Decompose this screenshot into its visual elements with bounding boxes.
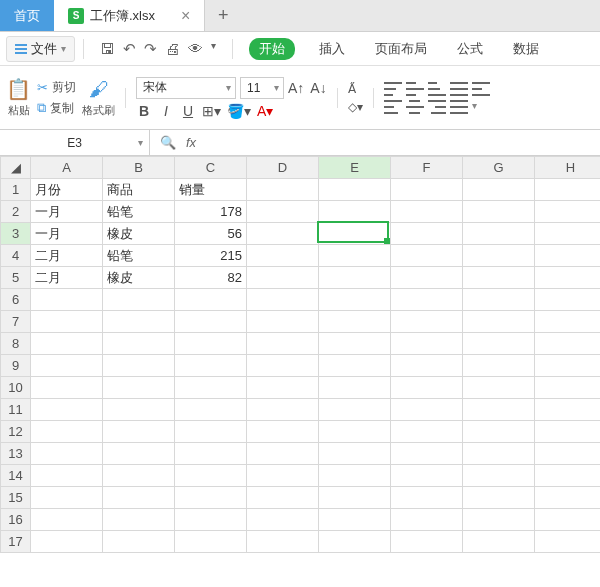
cell[interactable] bbox=[247, 399, 319, 421]
cell[interactable] bbox=[31, 289, 103, 311]
align-bottom-button[interactable] bbox=[428, 82, 446, 96]
clear-format-button[interactable]: ◇▾ bbox=[348, 100, 363, 114]
cell[interactable] bbox=[535, 399, 601, 421]
cell[interactable] bbox=[319, 289, 391, 311]
cell[interactable] bbox=[463, 201, 535, 223]
cell[interactable] bbox=[175, 289, 247, 311]
close-tab-button[interactable]: × bbox=[181, 7, 190, 25]
cell[interactable]: 铅笔 bbox=[103, 201, 175, 223]
align-middle-button[interactable] bbox=[406, 82, 424, 96]
bold-button[interactable]: B bbox=[136, 103, 152, 119]
cell[interactable]: 月份 bbox=[31, 179, 103, 201]
ribbon-tab-insert[interactable]: 插入 bbox=[313, 38, 351, 60]
zoom-icon[interactable]: 🔍 bbox=[160, 135, 176, 150]
row-header[interactable]: 16 bbox=[1, 509, 31, 531]
column-header[interactable]: E bbox=[319, 157, 391, 179]
cell[interactable] bbox=[319, 245, 391, 267]
row-header[interactable]: 15 bbox=[1, 487, 31, 509]
cell[interactable] bbox=[319, 531, 391, 553]
cell[interactable] bbox=[463, 509, 535, 531]
column-header[interactable]: G bbox=[463, 157, 535, 179]
column-header[interactable]: D bbox=[247, 157, 319, 179]
cell[interactable] bbox=[247, 355, 319, 377]
cell[interactable] bbox=[391, 377, 463, 399]
cell[interactable] bbox=[391, 465, 463, 487]
row-header[interactable]: 13 bbox=[1, 443, 31, 465]
cell[interactable] bbox=[319, 311, 391, 333]
font-color-button[interactable]: A▾ bbox=[257, 103, 273, 119]
cell[interactable] bbox=[103, 333, 175, 355]
cell[interactable] bbox=[535, 267, 601, 289]
qat-dropdown-icon[interactable]: ▾ bbox=[211, 40, 216, 58]
row-header[interactable]: 17 bbox=[1, 531, 31, 553]
cell[interactable] bbox=[535, 443, 601, 465]
cell[interactable] bbox=[463, 267, 535, 289]
row-header[interactable]: 2 bbox=[1, 201, 31, 223]
cell[interactable] bbox=[535, 509, 601, 531]
cell[interactable] bbox=[463, 223, 535, 245]
cell[interactable] bbox=[319, 465, 391, 487]
cell[interactable] bbox=[247, 333, 319, 355]
cell[interactable] bbox=[31, 421, 103, 443]
cell[interactable] bbox=[391, 421, 463, 443]
cell[interactable]: 82 bbox=[175, 267, 247, 289]
cell[interactable] bbox=[535, 465, 601, 487]
cell[interactable]: 橡皮 bbox=[103, 267, 175, 289]
cell[interactable] bbox=[535, 289, 601, 311]
cell[interactable] bbox=[175, 487, 247, 509]
cell[interactable] bbox=[535, 179, 601, 201]
cell[interactable] bbox=[103, 443, 175, 465]
cell[interactable] bbox=[319, 399, 391, 421]
print-icon[interactable]: 🖨 bbox=[165, 40, 180, 58]
ribbon-tab-layout[interactable]: 页面布局 bbox=[369, 38, 433, 60]
cell[interactable] bbox=[175, 509, 247, 531]
cell[interactable] bbox=[319, 443, 391, 465]
row-header[interactable]: 10 bbox=[1, 377, 31, 399]
row-header[interactable]: 5 bbox=[1, 267, 31, 289]
cell[interactable] bbox=[247, 421, 319, 443]
cell[interactable] bbox=[247, 201, 319, 223]
row-header[interactable]: 1 bbox=[1, 179, 31, 201]
cell[interactable] bbox=[103, 311, 175, 333]
redo-icon[interactable]: ↷ bbox=[144, 40, 157, 58]
cell[interactable] bbox=[535, 421, 601, 443]
cell[interactable] bbox=[463, 179, 535, 201]
save-icon[interactable]: 🖫 bbox=[100, 40, 115, 58]
cell[interactable] bbox=[247, 245, 319, 267]
cell[interactable] bbox=[319, 223, 391, 245]
cell[interactable] bbox=[391, 399, 463, 421]
cell[interactable] bbox=[391, 487, 463, 509]
cell[interactable] bbox=[247, 443, 319, 465]
font-name-select[interactable]: 宋体 bbox=[136, 77, 236, 99]
formula-input[interactable] bbox=[206, 130, 590, 155]
cell[interactable] bbox=[535, 201, 601, 223]
cell[interactable] bbox=[463, 487, 535, 509]
cell[interactable] bbox=[103, 355, 175, 377]
cell[interactable] bbox=[463, 245, 535, 267]
cell[interactable] bbox=[247, 487, 319, 509]
cell[interactable] bbox=[31, 399, 103, 421]
cell[interactable] bbox=[31, 443, 103, 465]
cell[interactable] bbox=[391, 245, 463, 267]
cell[interactable] bbox=[247, 223, 319, 245]
cell[interactable]: 销量 bbox=[175, 179, 247, 201]
row-header[interactable]: 7 bbox=[1, 311, 31, 333]
cell[interactable] bbox=[535, 377, 601, 399]
cell[interactable] bbox=[31, 333, 103, 355]
cell[interactable] bbox=[247, 465, 319, 487]
cell[interactable] bbox=[319, 421, 391, 443]
row-header[interactable]: 14 bbox=[1, 465, 31, 487]
border-button[interactable]: ⊞▾ bbox=[202, 103, 221, 119]
align-more-button[interactable]: ▾ bbox=[472, 100, 477, 114]
cell[interactable] bbox=[247, 531, 319, 553]
cell[interactable] bbox=[319, 333, 391, 355]
spreadsheet-grid[interactable]: ◢ABCDEFGH1月份商品销量2一月铅笔1783一月橡皮564二月铅笔2155… bbox=[0, 156, 600, 553]
name-box[interactable]: E3 bbox=[0, 130, 150, 155]
italic-button[interactable]: I bbox=[158, 103, 174, 119]
cell[interactable] bbox=[175, 355, 247, 377]
cell[interactable] bbox=[391, 201, 463, 223]
cell[interactable]: 178 bbox=[175, 201, 247, 223]
cell[interactable] bbox=[31, 509, 103, 531]
cell[interactable] bbox=[463, 421, 535, 443]
cell[interactable] bbox=[103, 509, 175, 531]
